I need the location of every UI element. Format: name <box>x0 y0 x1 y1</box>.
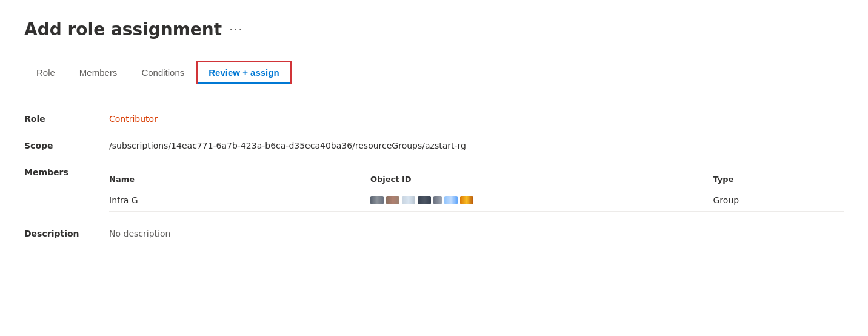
members-table: Name Object ID Type Infra G <box>109 170 844 212</box>
tab-role[interactable]: Role <box>24 61 67 84</box>
col-header-objectid: Object ID <box>370 170 713 189</box>
page-header: Add role assignment ··· <box>24 19 844 39</box>
tab-conditions[interactable]: Conditions <box>129 61 196 84</box>
blur-block-1 <box>370 196 384 204</box>
member-object-id <box>370 189 713 212</box>
col-header-name: Name <box>109 170 370 189</box>
scope-label: Scope <box>24 132 109 159</box>
tab-review-assign[interactable]: Review + assign <box>196 61 291 84</box>
description-label: Description <box>24 220 109 247</box>
members-label: Members <box>24 159 109 186</box>
more-options-icon[interactable]: ··· <box>229 23 243 36</box>
table-header-row: Name Object ID Type <box>109 170 844 189</box>
role-label: Role <box>24 106 109 132</box>
member-name: Infra G <box>109 189 370 212</box>
content-section: Role Contributor Scope /subscriptions/14… <box>24 106 844 247</box>
tab-navigation: Role Members Conditions Review + assign <box>24 61 844 84</box>
blur-block-6 <box>444 196 458 204</box>
tab-members[interactable]: Members <box>67 61 130 84</box>
scope-value: /subscriptions/14eac771-6a7b-423a-b6ca-d… <box>109 132 844 159</box>
role-value: Contributor <box>109 106 844 132</box>
members-table-container: Name Object ID Type Infra G <box>109 159 844 220</box>
col-header-type: Type <box>713 170 844 189</box>
member-type: Group <box>713 189 844 212</box>
page-title: Add role assignment <box>24 19 222 39</box>
object-id-blurred <box>370 196 706 204</box>
description-value: No description <box>109 220 844 247</box>
table-row: Infra G Group <box>109 189 844 212</box>
blur-block-7 <box>460 196 473 204</box>
blur-block-3 <box>402 196 415 204</box>
blur-block-5 <box>433 196 442 204</box>
blur-block-4 <box>418 196 431 204</box>
blur-block-2 <box>386 196 399 204</box>
